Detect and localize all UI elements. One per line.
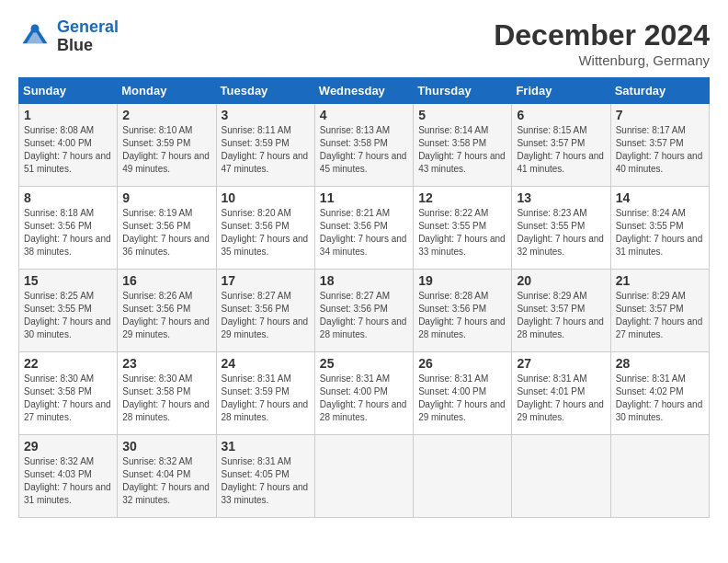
calendar-cell [610,435,709,518]
day-number: 2 [122,108,210,122]
calendar-cell: 30Sunrise: 8:32 AMSunset: 4:04 PMDayligh… [118,435,216,518]
month-title: December 2024 [494,18,710,52]
calendar-cell: 1Sunrise: 8:08 AMSunset: 4:00 PMDaylight… [19,104,118,187]
day-number: 7 [616,108,704,122]
calendar-cell: 5Sunrise: 8:14 AMSunset: 3:58 PMDaylight… [414,104,512,187]
calendar-cell: 10Sunrise: 8:20 AMSunset: 3:56 PMDayligh… [216,187,314,270]
cell-info: Sunrise: 8:32 AMSunset: 4:04 PMDaylight:… [122,455,210,507]
cell-info: Sunrise: 8:25 AMSunset: 3:55 PMDaylight:… [24,290,112,341]
day-number: 19 [418,273,506,288]
calendar-cell [314,435,413,518]
svg-point-2 [31,24,40,32]
day-number: 10 [222,190,310,205]
day-number: 12 [418,190,506,205]
logo-text: GeneralBlue [57,18,119,55]
weekday-header-saturday: Saturday [610,78,709,104]
calendar-cell: 19Sunrise: 8:28 AMSunset: 3:56 PMDayligh… [414,270,512,352]
calendar-cell: 29Sunrise: 8:32 AMSunset: 4:03 PMDayligh… [19,435,118,518]
logo: GeneralBlue [18,18,119,55]
calendar-cell: 6Sunrise: 8:15 AMSunset: 3:57 PMDaylight… [512,104,610,187]
cell-info: Sunrise: 8:30 AMSunset: 3:58 PMDaylight:… [24,373,112,424]
calendar-cell: 13Sunrise: 8:23 AMSunset: 3:55 PMDayligh… [512,187,610,270]
logo-icon [18,20,51,53]
calendar-cell: 24Sunrise: 8:31 AMSunset: 3:59 PMDayligh… [216,352,314,435]
calendar-cell: 7Sunrise: 8:17 AMSunset: 3:57 PMDaylight… [610,104,709,187]
calendar-cell: 14Sunrise: 8:24 AMSunset: 3:55 PMDayligh… [610,187,709,270]
cell-info: Sunrise: 8:18 AMSunset: 3:56 PMDaylight:… [24,207,112,259]
calendar-cell: 26Sunrise: 8:31 AMSunset: 4:00 PMDayligh… [414,352,512,435]
calendar-week-3: 15Sunrise: 8:25 AMSunset: 3:55 PMDayligh… [19,270,710,352]
cell-info: Sunrise: 8:26 AMSunset: 3:56 PMDaylight:… [122,290,210,341]
cell-info: Sunrise: 8:31 AMSunset: 4:01 PMDaylight:… [517,373,605,424]
calendar-table: SundayMondayTuesdayWednesdayThursdayFrid… [18,77,710,518]
weekday-header-tuesday: Tuesday [216,78,314,104]
calendar-cell: 12Sunrise: 8:22 AMSunset: 3:55 PMDayligh… [414,187,512,270]
calendar-cell: 20Sunrise: 8:29 AMSunset: 3:57 PMDayligh… [512,270,610,352]
calendar-cell: 31Sunrise: 8:31 AMSunset: 4:05 PMDayligh… [216,435,314,518]
day-number: 14 [616,190,704,205]
day-number: 21 [616,273,704,288]
weekday-header-wednesday: Wednesday [314,78,413,104]
calendar-week-4: 22Sunrise: 8:30 AMSunset: 3:58 PMDayligh… [19,352,710,435]
cell-info: Sunrise: 8:10 AMSunset: 3:59 PMDaylight:… [122,124,210,176]
location: Wittenburg, Germany [494,52,710,68]
cell-info: Sunrise: 8:31 AMSunset: 4:00 PMDaylight:… [418,373,506,424]
cell-info: Sunrise: 8:20 AMSunset: 3:56 PMDaylight:… [222,207,310,259]
cell-info: Sunrise: 8:27 AMSunset: 3:56 PMDaylight:… [320,290,408,341]
cell-info: Sunrise: 8:31 AMSunset: 3:59 PMDaylight:… [222,373,310,424]
cell-info: Sunrise: 8:08 AMSunset: 4:00 PMDaylight:… [24,124,112,176]
cell-info: Sunrise: 8:27 AMSunset: 3:56 PMDaylight:… [222,290,310,341]
day-number: 24 [222,356,310,371]
calendar-cell: 2Sunrise: 8:10 AMSunset: 3:59 PMDaylight… [118,104,216,187]
calendar-cell [512,435,610,518]
cell-info: Sunrise: 8:31 AMSunset: 4:02 PMDaylight:… [616,373,704,424]
cell-info: Sunrise: 8:11 AMSunset: 3:59 PMDaylight:… [222,124,310,176]
calendar-week-5: 29Sunrise: 8:32 AMSunset: 4:03 PMDayligh… [19,435,710,518]
weekday-header-thursday: Thursday [414,78,512,104]
day-number: 9 [122,190,210,205]
day-number: 1 [24,108,112,122]
calendar-cell: 17Sunrise: 8:27 AMSunset: 3:56 PMDayligh… [216,270,314,352]
cell-info: Sunrise: 8:22 AMSunset: 3:55 PMDaylight:… [418,207,506,259]
calendar-cell: 9Sunrise: 8:19 AMSunset: 3:56 PMDaylight… [118,187,216,270]
calendar-cell [414,435,512,518]
day-number: 11 [320,190,408,205]
cell-info: Sunrise: 8:24 AMSunset: 3:55 PMDaylight:… [616,207,704,259]
day-number: 30 [122,439,210,454]
day-number: 18 [320,273,408,288]
day-number: 3 [222,108,310,122]
day-number: 13 [517,190,605,205]
cell-info: Sunrise: 8:23 AMSunset: 3:55 PMDaylight:… [517,207,605,259]
calendar-cell: 11Sunrise: 8:21 AMSunset: 3:56 PMDayligh… [314,187,413,270]
cell-info: Sunrise: 8:32 AMSunset: 4:03 PMDaylight:… [24,455,112,507]
cell-info: Sunrise: 8:31 AMSunset: 4:00 PMDaylight:… [320,373,408,424]
weekday-header-friday: Friday [512,78,610,104]
day-number: 8 [24,190,112,205]
cell-info: Sunrise: 8:13 AMSunset: 3:58 PMDaylight:… [320,124,408,176]
cell-info: Sunrise: 8:15 AMSunset: 3:57 PMDaylight:… [517,124,605,176]
cell-info: Sunrise: 8:14 AMSunset: 3:58 PMDaylight:… [418,124,506,176]
day-number: 6 [517,108,605,122]
calendar-cell: 3Sunrise: 8:11 AMSunset: 3:59 PMDaylight… [216,104,314,187]
day-number: 23 [122,356,210,371]
cell-info: Sunrise: 8:31 AMSunset: 4:05 PMDaylight:… [222,455,310,507]
calendar-cell: 4Sunrise: 8:13 AMSunset: 3:58 PMDaylight… [314,104,413,187]
title-area: December 2024 Wittenburg, Germany [494,18,710,68]
page-header: GeneralBlue December 2024 Wittenburg, Ge… [18,18,710,68]
cell-info: Sunrise: 8:19 AMSunset: 3:56 PMDaylight:… [122,207,210,259]
day-number: 16 [122,273,210,288]
cell-info: Sunrise: 8:29 AMSunset: 3:57 PMDaylight:… [517,290,605,341]
day-number: 25 [320,356,408,371]
calendar-cell: 15Sunrise: 8:25 AMSunset: 3:55 PMDayligh… [19,270,118,352]
calendar-cell: 16Sunrise: 8:26 AMSunset: 3:56 PMDayligh… [118,270,216,352]
day-number: 20 [517,273,605,288]
calendar-cell: 22Sunrise: 8:30 AMSunset: 3:58 PMDayligh… [19,352,118,435]
cell-info: Sunrise: 8:21 AMSunset: 3:56 PMDaylight:… [320,207,408,259]
calendar-cell: 23Sunrise: 8:30 AMSunset: 3:58 PMDayligh… [118,352,216,435]
cell-info: Sunrise: 8:17 AMSunset: 3:57 PMDaylight:… [616,124,704,176]
day-number: 28 [616,356,704,371]
weekday-header-sunday: Sunday [19,78,118,104]
calendar-cell: 8Sunrise: 8:18 AMSunset: 3:56 PMDaylight… [19,187,118,270]
calendar-cell: 27Sunrise: 8:31 AMSunset: 4:01 PMDayligh… [512,352,610,435]
cell-info: Sunrise: 8:28 AMSunset: 3:56 PMDaylight:… [418,290,506,341]
